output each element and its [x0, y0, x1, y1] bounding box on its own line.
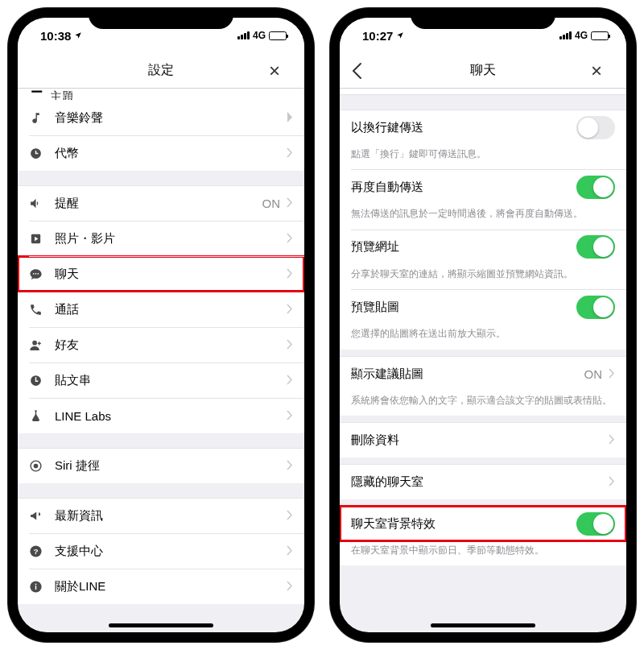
home-indicator[interactable]: [431, 623, 535, 627]
flask-icon: [29, 409, 50, 423]
nav-bar: 設定 ×: [18, 53, 304, 89]
chevron-right-icon: [287, 509, 293, 523]
help-icon: ?: [29, 544, 50, 558]
row-friends[interactable]: 好友: [18, 327, 304, 362]
row-desc: 您選擇的貼圖將在送出前放大顯示。: [340, 325, 626, 349]
siri-icon: [29, 459, 50, 473]
status-time: 10:38: [40, 29, 71, 43]
chevron-right-icon: [287, 303, 293, 317]
row-label: 代幣: [55, 146, 287, 161]
row-hidden-chats[interactable]: 隱藏的聊天室: [340, 464, 626, 499]
close-button[interactable]: ×: [591, 60, 615, 82]
battery-icon: [269, 31, 287, 40]
row-desc: 系統將會依您輸入的文字，顯示適合該文字的貼圖或表情貼。: [340, 391, 626, 416]
chevron-right-icon: [609, 433, 615, 447]
location-icon: [74, 31, 82, 39]
chevron-right-icon: [287, 409, 293, 423]
row-label: 聊天: [55, 267, 287, 282]
clock-icon: [29, 147, 50, 160]
row-auto-resend[interactable]: 再度自動傳送: [340, 169, 626, 205]
chevron-right-icon: [287, 232, 293, 246]
toggle-switch[interactable]: [576, 116, 615, 139]
row-photo[interactable]: 照片・影片: [18, 221, 304, 256]
chevron-right-icon: [287, 374, 293, 387]
row-newline-send[interactable]: 以換行鍵傳送: [340, 110, 626, 145]
row-news[interactable]: 最新資訊: [18, 498, 304, 533]
row-chat[interactable]: 聊天: [18, 256, 304, 292]
row-label: 關於LINE: [55, 579, 287, 594]
section-gap: [18, 483, 304, 498]
chevron-right-icon: [287, 111, 293, 125]
row-call[interactable]: 通話: [18, 292, 304, 327]
row-delete-data[interactable]: 刪除資料: [340, 422, 626, 457]
row-bg-effects[interactable]: 聊天室背景特效: [340, 506, 626, 541]
chevron-right-icon: [287, 338, 293, 352]
page-title: 設定: [148, 62, 174, 79]
toggle-switch[interactable]: [576, 235, 615, 259]
row-label: 刪除資料: [351, 433, 609, 448]
chevron-right-icon: [287, 197, 293, 210]
row-preview-url[interactable]: 預覽網址: [340, 230, 626, 265]
row-preview-sticker[interactable]: 預覽貼圖: [340, 289, 626, 325]
chevron-right-icon: [287, 267, 293, 281]
back-button[interactable]: [351, 62, 375, 80]
settings-list[interactable]: 主題 音樂鈴聲 代幣 提醒 ON 照片・影片: [18, 89, 304, 632]
row-label: 聊天室背景特效: [351, 516, 576, 532]
row-timeline[interactable]: 貼文串: [18, 362, 304, 398]
toggle-switch[interactable]: [576, 512, 615, 536]
row-label: 以換行鍵傳送: [351, 120, 576, 135]
section-gap: [18, 171, 304, 185]
svg-point-3: [35, 272, 37, 274]
toggle-switch[interactable]: [576, 176, 615, 199]
phone-frame-2: 10:27 4G 聊天 × 以換行鍵傳送 點選「換行」鍵: [330, 8, 636, 642]
section-gap: [340, 499, 626, 506]
network-label: 4G: [575, 30, 588, 41]
screen-1: 10:38 4G 設定 × 主題 音樂鈴: [18, 18, 304, 632]
svg-point-5: [32, 340, 37, 345]
speaker-icon: [29, 197, 50, 210]
row-label: 顯示建議貼圖: [351, 366, 584, 382]
megaphone-icon: [29, 509, 50, 523]
page-title: 聊天: [470, 62, 496, 79]
row-suggest-sticker[interactable]: 顯示建議貼圖 ON: [340, 356, 626, 391]
toggle-switch[interactable]: [576, 296, 615, 319]
svg-point-13: [35, 583, 37, 585]
row-music[interactable]: 音樂鈴聲: [18, 100, 304, 135]
svg-point-8: [34, 464, 39, 469]
section-gap: [340, 95, 626, 110]
home-indicator[interactable]: [109, 623, 213, 627]
row-coin[interactable]: 代幣: [18, 135, 304, 171]
row-labs[interactable]: LINE Labs: [18, 398, 304, 433]
close-button[interactable]: ×: [269, 60, 293, 82]
phone-frame-1: 10:38 4G 設定 × 主題 音樂鈴: [8, 8, 314, 642]
svg-point-2: [33, 272, 35, 274]
row-about[interactable]: 關於LINE: [18, 569, 304, 604]
row-label: 最新資訊: [55, 508, 287, 524]
row-label: 貼文串: [55, 373, 287, 388]
row-notify[interactable]: 提醒 ON: [18, 185, 304, 221]
nav-bar: 聊天 ×: [340, 53, 626, 89]
row-theme-partial[interactable]: 主題: [18, 89, 304, 100]
phone-notch: [411, 8, 555, 29]
row-help[interactable]: ? 支援中心: [18, 533, 304, 569]
section-gap: [340, 457, 626, 464]
theme-icon: [29, 89, 50, 98]
info-icon: [29, 580, 50, 594]
phone-icon: [29, 303, 50, 317]
row-desc: 點選「換行」鍵即可傳送訊息。: [340, 145, 626, 169]
svg-rect-12: [35, 586, 36, 590]
row-label: 音樂鈴聲: [55, 110, 287, 126]
row-label: 好友: [55, 337, 287, 353]
person-add-icon: [29, 338, 50, 352]
battery-icon: [591, 31, 609, 40]
row-label: 預覽貼圖: [351, 300, 576, 315]
tail-value: ON: [584, 367, 603, 381]
network-label: 4G: [253, 30, 266, 41]
phone-notch: [89, 8, 233, 29]
row-label: 支援中心: [55, 544, 287, 559]
chat-settings-list[interactable]: 以換行鍵傳送 點選「換行」鍵即可傳送訊息。 再度自動傳送 無法傳送的訊息於一定時…: [340, 89, 626, 632]
row-label: 預覽網址: [351, 239, 576, 255]
section-gap: [340, 416, 626, 422]
row-siri[interactable]: Siri 捷徑: [18, 448, 304, 483]
row-label: 隱藏的聊天室: [351, 474, 609, 490]
